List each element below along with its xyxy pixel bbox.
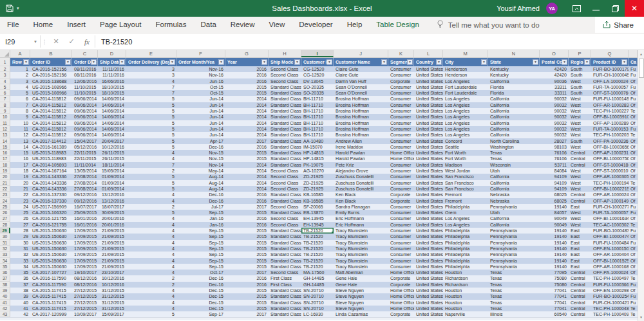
row-header-30[interactable]: 30	[0, 234, 10, 239]
grid-cell[interactable]: California	[488, 120, 540, 126]
grid-cell[interactable]: CA-2016-161389	[30, 144, 72, 150]
ribbon-tab-insert[interactable]: Insert	[60, 17, 93, 33]
grid-cell[interactable]: OFF-AR-10002833	[591, 102, 629, 108]
grid-cell[interactable]: Of	[629, 246, 638, 252]
grid-cell[interactable]: 27/08/2014	[72, 186, 98, 192]
grid-cell[interactable]: Of	[629, 144, 638, 150]
grid-cell[interactable]: OFF-AR-10000246	[591, 192, 629, 197]
grid-cell[interactable]: 7	[10, 102, 30, 108]
grid-cell[interactable]: Zuschuss Donatelli	[334, 174, 388, 179]
grid-cell[interactable]: 5	[126, 138, 176, 144]
grid-cell[interactable]: Of	[629, 174, 638, 179]
grid-cell[interactable]: OFF-ST-10000760	[591, 90, 629, 96]
grid-cell[interactable]: South	[569, 66, 591, 72]
grid-cell[interactable]: CA-2014-115812	[30, 132, 72, 138]
grid-cell[interactable]: First Class	[269, 282, 301, 288]
grid-cell[interactable]: 2	[10, 72, 30, 78]
grid-cell[interactable]: Consumer	[388, 234, 414, 239]
grid-cell[interactable]: Standard Class	[269, 258, 301, 264]
scroll-down-icon[interactable]: ▼	[638, 313, 644, 321]
grid-cell[interactable]: Philadelphia	[443, 246, 488, 252]
grid-cell[interactable]: Standard Class	[269, 96, 301, 102]
grid-cell[interactable]: SO-20335	[301, 90, 334, 96]
name-box[interactable]: I29 ▼	[0, 33, 40, 50]
grid-cell[interactable]: 34	[10, 264, 30, 270]
grid-cell[interactable]: Texas	[488, 288, 540, 293]
grid-cell[interactable]: Texas	[488, 282, 540, 288]
grid-cell[interactable]: Houston	[443, 293, 488, 299]
formula-bar-value[interactable]: TB-21520	[95, 33, 644, 50]
grid-cell[interactable]: CA-2016-137330	[30, 192, 72, 197]
grid-cell[interactable]: San Francisco	[443, 180, 488, 186]
grid-cell[interactable]: California	[488, 78, 540, 84]
select-all-corner[interactable]	[0, 50, 10, 57]
grid-cell[interactable]: Home Office	[388, 300, 414, 306]
grid-cell[interactable]: CA-2014-115812	[30, 120, 72, 126]
grid-cell[interactable]: Central	[569, 270, 591, 275]
grid-cell[interactable]: Apr-17	[176, 138, 225, 144]
grid-cell[interactable]: CA-2016-117590	[30, 282, 72, 288]
grid-cell[interactable]: 14/06/2014	[98, 102, 126, 108]
grid-cell[interactable]: TEC-AC-10003027	[591, 222, 629, 228]
grid-cell[interactable]: United States	[414, 162, 443, 168]
grid-cell[interactable]: United States	[414, 126, 443, 132]
grid-cell[interactable]: Jan-16	[176, 222, 225, 228]
grid-cell[interactable]: 35	[10, 270, 30, 275]
grid-cell[interactable]: 2016	[225, 192, 269, 197]
grid-cell[interactable]: CA-2014-143336	[30, 180, 72, 186]
grid-cell[interactable]: Nov-16	[176, 72, 225, 78]
grid-cell[interactable]: 5	[126, 174, 176, 179]
grid-cell[interactable]: United States	[414, 96, 443, 102]
table-header-cell[interactable]: Regio▼	[569, 58, 591, 66]
grid-cell[interactable]: 20/01/2016	[98, 222, 126, 228]
grid-cell[interactable]: Standard Class	[269, 210, 301, 216]
grid-cell[interactable]: 19140	[540, 264, 569, 270]
grid-cell[interactable]: Sean O'Donnell	[334, 90, 388, 96]
grid-cell[interactable]: FUR-FU-10003664	[591, 282, 629, 288]
grid-cell[interactable]: Of	[629, 150, 638, 156]
grid-cell[interactable]: California	[488, 96, 540, 102]
grid-cell[interactable]: 75080	[540, 275, 569, 281]
grid-cell[interactable]: 2014	[225, 186, 269, 192]
grid-cell[interactable]: California	[488, 216, 540, 221]
grid-cell[interactable]: South	[569, 90, 591, 96]
column-letter-D[interactable]: D	[98, 50, 126, 57]
grid-cell[interactable]: Consumer	[388, 204, 414, 210]
grid-cell[interactable]: CA-2016-138688	[30, 78, 72, 84]
grid-cell[interactable]: Standard Class	[269, 144, 301, 150]
grid-cell[interactable]: Standard Class	[269, 138, 301, 144]
row-header-26[interactable]: 26	[0, 210, 10, 216]
row-header-18[interactable]: 18	[0, 162, 10, 168]
grid-cell[interactable]: Consumer	[388, 96, 414, 102]
table-header-cell[interactable]: Order ID▼	[30, 58, 72, 66]
table-header-cell[interactable]: Postal Cod▼	[540, 58, 569, 66]
grid-cell[interactable]: 12/06/2016	[72, 78, 98, 84]
grid-cell[interactable]: 09/06/2014	[72, 132, 98, 138]
grid-cell[interactable]: Texas	[488, 306, 540, 311]
grid-cell[interactable]: 01/09/2014	[98, 186, 126, 192]
grid-cell[interactable]: Sep-15	[176, 240, 225, 246]
grid-cell[interactable]: Oct-15	[176, 84, 225, 90]
grid-cell[interactable]: Dec-16	[176, 144, 225, 150]
grid-cell[interactable]: Fu	[629, 72, 638, 78]
grid-cell[interactable]: Fort Worth	[443, 150, 488, 156]
grid-cell[interactable]: OFF-AR-10001683	[591, 264, 629, 270]
grid-cell[interactable]: 17/09/2015	[72, 258, 98, 264]
grid-cell[interactable]: 25	[10, 210, 30, 216]
grid-cell[interactable]: Of	[629, 138, 638, 144]
grid-cell[interactable]: 21/09/2015	[98, 258, 126, 264]
grid-cell[interactable]: 23	[10, 198, 30, 204]
grid-cell[interactable]: 4	[126, 192, 176, 197]
grid-cell[interactable]: East	[569, 240, 591, 246]
grid-cell[interactable]: 2016	[225, 198, 269, 204]
grid-cell[interactable]: 7	[126, 84, 176, 90]
grid-cell[interactable]: United States	[414, 108, 443, 114]
grid-cell[interactable]: Jun-14	[176, 132, 225, 138]
table-header-cell[interactable]: Order Delivery (Days▼	[126, 58, 176, 66]
table-header-cell[interactable]: State▼	[488, 58, 540, 66]
grid-cell[interactable]: 4	[126, 78, 176, 84]
grid-cell[interactable]: 2015	[225, 228, 269, 234]
filter-dropdown-icon[interactable]: ▼	[327, 59, 332, 65]
grid-cell[interactable]: United States	[414, 234, 443, 239]
grid-cell[interactable]: 2016	[225, 275, 269, 281]
